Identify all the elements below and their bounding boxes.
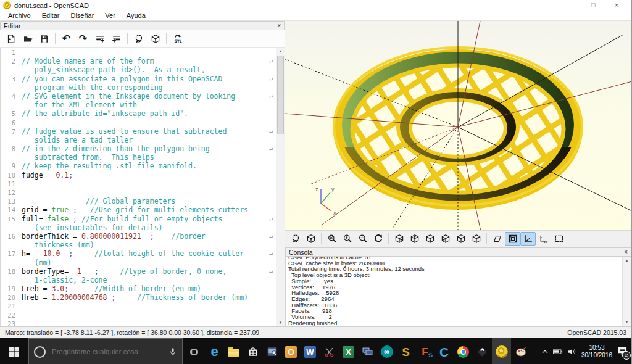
indent-button[interactable] [108, 31, 125, 46]
zoom-all-button[interactable] [324, 232, 339, 246]
zoom-out-button[interactable] [355, 232, 370, 246]
line-number: 4 [1, 92, 22, 101]
taskbar-app-excel[interactable]: X [339, 338, 358, 364]
view-front-button[interactable] [453, 232, 468, 246]
line-number: 11 [1, 180, 22, 188]
taskbar-app-word[interactable]: W [301, 338, 320, 364]
code-line: 9// keep the resulting .stl file manifol… [1, 162, 276, 170]
scroll-up-icon[interactable]: ▲ [276, 48, 285, 55]
taskbar-app-network-computers[interactable] [358, 338, 377, 364]
view-back-button[interactable] [468, 232, 484, 246]
code-line: 16borderThick = 0.800000011921 ; //borde… [1, 232, 276, 241]
code-line: 2// Module names are of the form↵ [1, 57, 276, 65]
cortana-icon [34, 346, 46, 358]
line-number: 10 [1, 171, 22, 180]
taskbar-app-inkscape[interactable] [473, 338, 492, 364]
scroll-down-icon[interactable]: ▼ [276, 319, 285, 326]
scroll-down-icon[interactable]: ▼ [623, 318, 631, 326]
start-button[interactable] [0, 338, 28, 364]
taskbar-app-openscad[interactable] [492, 338, 511, 364]
editor-scrollbar[interactable]: ▲ ▼ [276, 48, 285, 326]
view-bottom-button[interactable] [422, 232, 438, 246]
line-number [1, 241, 22, 249]
taskbar-app-windows-store[interactable] [243, 338, 262, 364]
menu-editar[interactable]: Editar [36, 10, 65, 20]
3d-viewport[interactable]: z y x [285, 21, 631, 230]
view-top-button[interactable] [407, 232, 422, 246]
snipping-tool-icon [324, 347, 335, 357]
taskbar-app-cura[interactable]: C [434, 338, 454, 364]
console-close-icon[interactable]: × [624, 248, 628, 256]
editor-scrollbar-thumb[interactable] [277, 56, 284, 134]
view-all-button[interactable] [551, 232, 567, 246]
view-left-button[interactable] [438, 232, 453, 246]
perspective-button[interactable] [489, 232, 505, 246]
taskbar-app-outlook[interactable]: O [281, 338, 301, 364]
taskbar-app-file-explorer[interactable] [224, 338, 243, 364]
taskbar-app-paint[interactable] [511, 338, 530, 364]
code-area[interactable]: 12// Module names are of the form↵ poly_… [1, 48, 276, 326]
line-number: 14 [1, 205, 22, 214]
taskbar-app-chrome[interactable] [454, 338, 473, 364]
view-right-button[interactable] [391, 232, 407, 246]
taskbar-app-arduino[interactable]: ∞ [377, 338, 396, 364]
undo-button[interactable]: ↶ [58, 31, 75, 46]
axis-x-label: x [333, 210, 336, 216]
toolbar-separator [127, 33, 128, 44]
line-number: 16 [1, 232, 22, 241]
microphone-icon[interactable] [168, 347, 177, 356]
redo-button[interactable]: ↷ [75, 31, 91, 46]
taskbar-app-remote-desktop[interactable] [262, 338, 281, 364]
battery-icon[interactable] [553, 349, 563, 355]
line-wrap-icon: ↵ [269, 57, 273, 65]
code-line: 7// fudge value is used to ensure that s… [1, 127, 276, 136]
code-line: 12 [1, 188, 276, 197]
render-button[interactable] [147, 31, 164, 46]
clock[interactable]: 10:53 30/10/2016 [581, 344, 612, 359]
search-input[interactable] [51, 347, 164, 356]
menu-ver[interactable]: Ver [99, 10, 121, 20]
new-file-button[interactable] [2, 31, 19, 46]
code-line: 5// the attribute id="inkscape-path-id". [1, 109, 276, 118]
line-number: 8 [1, 144, 22, 153]
reset-view-button[interactable] [370, 232, 386, 246]
console-scrollbar[interactable]: ▲ ▼ [622, 257, 631, 326]
show-axes-button[interactable] [520, 232, 536, 246]
task-view-icon [189, 347, 199, 357]
status-bar: Marco: translado = [ -3.78 8.11 -6.27 ],… [0, 326, 631, 338]
close-button[interactable]: × [605, 0, 628, 10]
svg-text:10: 10 [543, 240, 547, 244]
save-file-button[interactable] [36, 31, 52, 46]
zoom-in-button[interactable] [339, 232, 355, 246]
open-file-button[interactable] [19, 31, 36, 46]
maximize-button[interactable]: □ [581, 0, 605, 10]
show-scale-markers-button[interactable]: 10 [536, 232, 551, 246]
export-stl-button[interactable]: STL [169, 31, 186, 46]
taskbar-app-snipping-tool[interactable] [320, 338, 339, 364]
action-center-button[interactable]: 2 [617, 346, 628, 358]
console-line: Edges: 2964 [288, 296, 622, 302]
preview-button[interactable] [288, 232, 303, 246]
taskbar-app-edge[interactable]: e [205, 338, 224, 364]
orthogonal-button[interactable] [505, 232, 520, 246]
menu-ayuda[interactable]: Ayuda [121, 10, 151, 20]
taskbar-app-f-app[interactable]: F [415, 338, 434, 364]
arduino-icon: ∞ [381, 345, 393, 358]
menu-archivo[interactable]: Archivo [2, 10, 36, 20]
taskbar-app-sublime[interactable]: S [396, 338, 415, 364]
line-number: 15 [1, 215, 22, 223]
task-view-button[interactable] [183, 338, 205, 364]
scroll-up-icon[interactable]: ▲ [623, 257, 631, 264]
unindent-button[interactable] [91, 31, 108, 46]
editor-close-icon[interactable]: × [277, 22, 281, 30]
volume-icon[interactable] [568, 348, 576, 355]
show-hidden-icons-chevron[interactable] [542, 350, 548, 354]
version-text: OpenSCAD 2015.03 [567, 329, 626, 336]
menu-disenar[interactable]: Diseñar [65, 10, 99, 20]
minimize-button[interactable]: – [558, 0, 581, 10]
code-editor[interactable]: 12// Module names are of the form↵ poly_… [0, 48, 285, 326]
cortana-search-box[interactable] [28, 338, 183, 364]
word-icon: W [304, 346, 316, 358]
render-button[interactable] [303, 232, 318, 246]
preview-button[interactable] [130, 31, 147, 46]
